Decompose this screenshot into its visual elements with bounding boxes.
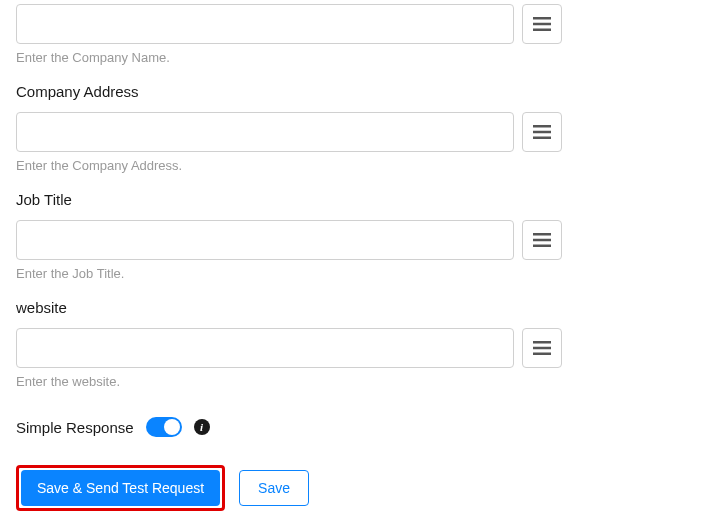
svg-rect-8 (533, 245, 551, 248)
svg-rect-6 (533, 233, 551, 236)
save-button[interactable]: Save (239, 470, 309, 506)
svg-rect-10 (533, 347, 551, 350)
input-row (16, 112, 710, 152)
label-company-address: Company Address (16, 83, 710, 100)
field-company-address: Company Address Enter the Company Addres… (16, 83, 710, 173)
label-job-title: Job Title (16, 191, 710, 208)
save-send-test-request-button[interactable]: Save & Send Test Request (21, 470, 220, 506)
help-text-company-address: Enter the Company Address. (16, 158, 710, 173)
hamburger-icon (533, 341, 551, 355)
svg-rect-7 (533, 239, 551, 242)
button-row: Save & Send Test Request Save (16, 465, 710, 511)
company-address-input[interactable] (16, 112, 514, 152)
svg-rect-0 (533, 17, 551, 20)
help-text-website: Enter the website. (16, 374, 710, 389)
highlight-box: Save & Send Test Request (16, 465, 225, 511)
field-job-title: Job Title Enter the Job Title. (16, 191, 710, 281)
field-website: website Enter the website. (16, 299, 710, 389)
svg-rect-2 (533, 29, 551, 32)
svg-rect-3 (533, 125, 551, 128)
job-title-input[interactable] (16, 220, 514, 260)
simple-response-row: Simple Response i (16, 417, 710, 437)
company-name-input[interactable] (16, 4, 514, 44)
field-company-name: Enter the Company Name. (16, 4, 710, 65)
svg-rect-1 (533, 23, 551, 26)
hamburger-icon (533, 17, 551, 31)
svg-rect-5 (533, 137, 551, 140)
hamburger-icon (533, 125, 551, 139)
help-text-company-name: Enter the Company Name. (16, 50, 710, 65)
website-input[interactable] (16, 328, 514, 368)
help-text-job-title: Enter the Job Title. (16, 266, 710, 281)
toggle-knob (164, 419, 180, 435)
hamburger-icon (533, 233, 551, 247)
menu-button-company-address[interactable] (522, 112, 562, 152)
menu-button-company-name[interactable] (522, 4, 562, 44)
simple-response-label: Simple Response (16, 419, 134, 436)
svg-rect-11 (533, 353, 551, 356)
input-row (16, 4, 710, 44)
menu-button-job-title[interactable] (522, 220, 562, 260)
input-row (16, 220, 710, 260)
simple-response-toggle[interactable] (146, 417, 182, 437)
info-icon[interactable]: i (194, 419, 210, 435)
input-row (16, 328, 710, 368)
svg-rect-9 (533, 341, 551, 344)
label-website: website (16, 299, 710, 316)
svg-rect-4 (533, 131, 551, 134)
menu-button-website[interactable] (522, 328, 562, 368)
